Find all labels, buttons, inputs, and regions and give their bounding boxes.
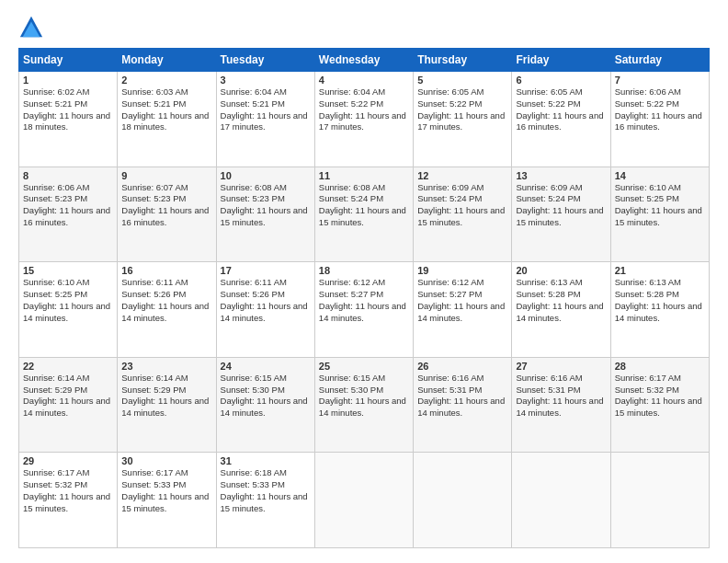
calendar-cell: 28 Sunrise: 6:17 AM Sunset: 5:32 PM Dayl… [610,357,709,453]
calendar-cell: 9 Sunrise: 6:07 AM Sunset: 5:23 PM Dayli… [118,167,216,262]
day-number: 4 [319,75,409,86]
day-info: Sunrise: 6:12 AM Sunset: 5:27 PM Dayligh… [319,277,409,324]
day-info: Sunrise: 6:13 AM Sunset: 5:28 PM Dayligh… [615,277,705,324]
day-info: Sunrise: 6:14 AM Sunset: 5:29 PM Dayligh… [23,373,113,419]
day-number: 17 [221,265,311,276]
calendar-cell: 27 Sunrise: 6:16 AM Sunset: 5:31 PM Dayl… [512,357,610,453]
calendar-cell: 17 Sunrise: 6:11 AM Sunset: 5:26 PM Dayl… [216,262,314,358]
calendar-cell: 19 Sunrise: 6:12 AM Sunset: 5:27 PM Dayl… [414,262,512,358]
day-number: 15 [23,265,113,276]
day-info: Sunrise: 6:08 AM Sunset: 5:24 PM Dayligh… [319,182,409,229]
day-number: 14 [615,170,705,181]
calendar-week-row: 8 Sunrise: 6:06 AM Sunset: 5:23 PM Dayli… [19,167,710,262]
calendar-cell: 15 Sunrise: 6:10 AM Sunset: 5:25 PM Dayl… [19,262,118,358]
day-number: 20 [516,265,606,276]
day-number: 18 [319,265,409,276]
calendar-cell: 3 Sunrise: 6:04 AM Sunset: 5:21 PM Dayli… [216,72,314,167]
day-number: 16 [121,265,211,276]
day-number: 8 [23,170,113,181]
calendar-cell: 21 Sunrise: 6:13 AM Sunset: 5:28 PM Dayl… [610,262,709,358]
calendar-body: 1 Sunrise: 6:02 AM Sunset: 5:21 PM Dayli… [19,72,710,548]
calendar-cell: 13 Sunrise: 6:09 AM Sunset: 5:24 PM Dayl… [512,167,610,262]
day-info: Sunrise: 6:16 AM Sunset: 5:31 PM Dayligh… [417,373,507,419]
logo [18,15,48,40]
day-info: Sunrise: 6:04 AM Sunset: 5:21 PM Dayligh… [221,86,311,133]
weekday-header: Saturday [610,49,709,72]
calendar-cell: 22 Sunrise: 6:14 AM Sunset: 5:29 PM Dayl… [19,357,118,453]
calendar-table: SundayMondayTuesdayWednesdayThursdayFrid… [18,48,710,548]
day-info: Sunrise: 6:18 AM Sunset: 5:33 PM Dayligh… [221,467,311,514]
day-number: 25 [319,361,409,372]
weekday-header: Monday [118,49,216,72]
day-info: Sunrise: 6:15 AM Sunset: 5:30 PM Dayligh… [319,373,409,419]
calendar-cell: 11 Sunrise: 6:08 AM Sunset: 5:24 PM Dayl… [314,167,413,262]
calendar-cell: 8 Sunrise: 6:06 AM Sunset: 5:23 PM Dayli… [19,167,118,262]
day-info: Sunrise: 6:08 AM Sunset: 5:23 PM Dayligh… [221,182,311,229]
day-info: Sunrise: 6:11 AM Sunset: 5:26 PM Dayligh… [121,277,211,324]
calendar-cell: 23 Sunrise: 6:14 AM Sunset: 5:29 PM Dayl… [118,357,216,453]
calendar-cell: 6 Sunrise: 6:05 AM Sunset: 5:22 PM Dayli… [512,72,610,167]
day-number: 19 [417,265,507,276]
day-number: 21 [615,265,705,276]
day-number: 30 [121,455,211,466]
weekday-header: Sunday [19,49,118,72]
day-number: 31 [221,455,311,466]
day-info: Sunrise: 6:07 AM Sunset: 5:23 PM Dayligh… [121,182,211,229]
weekday-header: Thursday [414,49,512,72]
day-info: Sunrise: 6:10 AM Sunset: 5:25 PM Dayligh… [615,182,705,229]
day-info: Sunrise: 6:17 AM Sunset: 5:32 PM Dayligh… [23,467,113,514]
day-number: 28 [615,361,705,372]
day-number: 22 [23,361,113,372]
calendar-cell: 2 Sunrise: 6:03 AM Sunset: 5:21 PM Dayli… [118,72,216,167]
calendar-cell: 30 Sunrise: 6:17 AM Sunset: 5:33 PM Dayl… [118,453,216,548]
calendar-cell: 26 Sunrise: 6:16 AM Sunset: 5:31 PM Dayl… [414,357,512,453]
day-info: Sunrise: 6:12 AM Sunset: 5:27 PM Dayligh… [417,277,507,324]
calendar-cell: 7 Sunrise: 6:06 AM Sunset: 5:22 PM Dayli… [610,72,709,167]
calendar-cell: 4 Sunrise: 6:04 AM Sunset: 5:22 PM Dayli… [314,72,413,167]
calendar-cell: 1 Sunrise: 6:02 AM Sunset: 5:21 PM Dayli… [19,72,118,167]
day-number: 26 [417,361,507,372]
day-number: 3 [221,75,311,86]
calendar-cell: 25 Sunrise: 6:15 AM Sunset: 5:30 PM Dayl… [314,357,413,453]
day-info: Sunrise: 6:09 AM Sunset: 5:24 PM Dayligh… [417,182,507,229]
calendar-week-row: 1 Sunrise: 6:02 AM Sunset: 5:21 PM Dayli… [19,72,710,167]
day-info: Sunrise: 6:11 AM Sunset: 5:26 PM Dayligh… [221,277,311,324]
day-number: 27 [516,361,606,372]
calendar-cell: 5 Sunrise: 6:05 AM Sunset: 5:22 PM Dayli… [414,72,512,167]
day-info: Sunrise: 6:13 AM Sunset: 5:28 PM Dayligh… [516,277,606,324]
calendar-cell: 18 Sunrise: 6:12 AM Sunset: 5:27 PM Dayl… [314,262,413,358]
day-info: Sunrise: 6:09 AM Sunset: 5:24 PM Dayligh… [516,182,606,229]
calendar-week-row: 22 Sunrise: 6:14 AM Sunset: 5:29 PM Dayl… [19,357,710,453]
day-info: Sunrise: 6:03 AM Sunset: 5:21 PM Dayligh… [121,86,211,133]
calendar-cell: 16 Sunrise: 6:11 AM Sunset: 5:26 PM Dayl… [118,262,216,358]
day-info: Sunrise: 6:10 AM Sunset: 5:25 PM Dayligh… [23,277,113,324]
calendar-cell: 29 Sunrise: 6:17 AM Sunset: 5:32 PM Dayl… [19,453,118,548]
day-info: Sunrise: 6:17 AM Sunset: 5:32 PM Dayligh… [615,373,705,419]
logo-icon [18,15,44,40]
day-info: Sunrise: 6:06 AM Sunset: 5:23 PM Dayligh… [23,182,113,229]
page: SundayMondayTuesdayWednesdayThursdayFrid… [0,0,728,563]
day-info: Sunrise: 6:04 AM Sunset: 5:22 PM Dayligh… [319,86,409,133]
header [18,15,710,40]
day-info: Sunrise: 6:05 AM Sunset: 5:22 PM Dayligh… [516,86,606,133]
day-number: 7 [615,75,705,86]
day-number: 29 [23,455,113,466]
calendar-week-row: 15 Sunrise: 6:10 AM Sunset: 5:25 PM Dayl… [19,262,710,358]
day-info: Sunrise: 6:02 AM Sunset: 5:21 PM Dayligh… [23,86,113,133]
calendar-cell: 31 Sunrise: 6:18 AM Sunset: 5:33 PM Dayl… [216,453,314,548]
day-number: 2 [121,75,211,86]
day-info: Sunrise: 6:16 AM Sunset: 5:31 PM Dayligh… [516,373,606,419]
day-number: 11 [319,170,409,181]
weekday-header: Tuesday [216,49,314,72]
calendar-cell [414,453,512,548]
calendar-week-row: 29 Sunrise: 6:17 AM Sunset: 5:32 PM Dayl… [19,453,710,548]
day-number: 10 [221,170,311,181]
calendar-cell [314,453,413,548]
day-number: 13 [516,170,606,181]
calendar-cell: 20 Sunrise: 6:13 AM Sunset: 5:28 PM Dayl… [512,262,610,358]
day-number: 9 [121,170,211,181]
weekday-header: Friday [512,49,610,72]
day-info: Sunrise: 6:05 AM Sunset: 5:22 PM Dayligh… [417,86,507,133]
day-number: 6 [516,75,606,86]
calendar-cell: 24 Sunrise: 6:15 AM Sunset: 5:30 PM Dayl… [216,357,314,453]
